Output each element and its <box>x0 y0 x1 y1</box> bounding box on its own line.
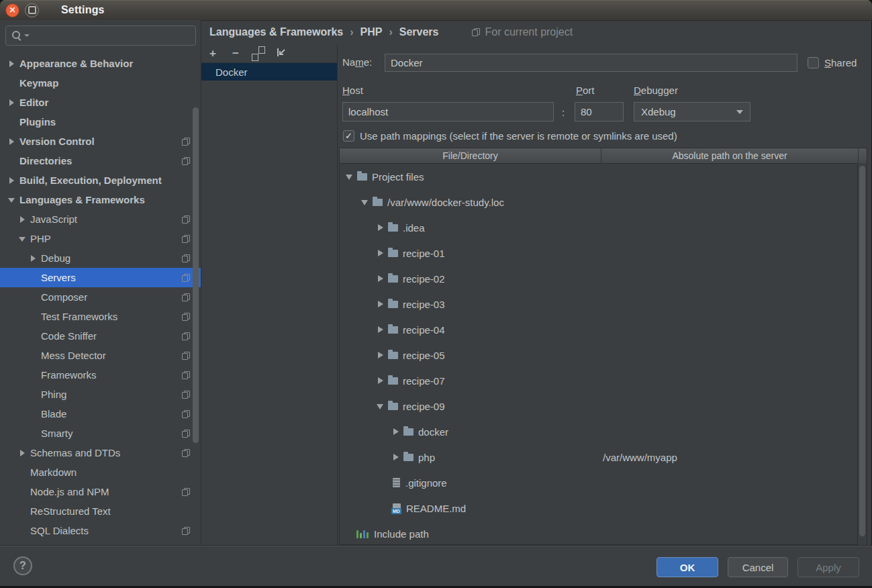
cancel-button[interactable]: Cancel <box>728 557 788 577</box>
help-button[interactable]: ? <box>13 556 32 575</box>
breadcrumb-item[interactable]: Servers <box>399 26 439 38</box>
sidebar-item-phing[interactable]: Phing <box>0 385 201 404</box>
chevron-right-icon[interactable] <box>391 428 403 436</box>
chevron-right-icon[interactable] <box>8 99 19 107</box>
chevron-right-icon[interactable] <box>376 300 388 308</box>
breadcrumb-separator: › <box>389 26 392 38</box>
search-input[interactable] <box>30 30 190 42</box>
table-row-recipe-05[interactable]: recipe-05 <box>340 342 867 368</box>
sidebar-item-restructured-text[interactable]: ReStructured Text <box>0 501 201 521</box>
chevron-right-icon[interactable] <box>376 249 388 257</box>
chevron-right-icon[interactable] <box>376 275 388 283</box>
column-header-absolute-path[interactable]: Absolute path on the server <box>601 148 859 163</box>
remove-server-button[interactable]: − <box>224 48 247 59</box>
table-row-recipe-03[interactable]: recipe-03 <box>340 291 867 317</box>
mapped-path-value[interactable]: /var/www/myapp <box>603 452 677 463</box>
sidebar-item-mess-detector[interactable]: Mess Detector <box>0 346 201 365</box>
path-mappings-checkbox-row[interactable]: ✓ Use path mappings (select if the serve… <box>343 130 677 142</box>
close-glyph: ✕ <box>9 6 15 14</box>
sidebar-item-blade[interactable]: Blade <box>0 404 201 424</box>
table-row-readme[interactable]: MDREADME.md <box>340 495 867 521</box>
table-scrollbar-thumb[interactable] <box>859 166 865 536</box>
chevron-down-icon[interactable] <box>345 173 357 181</box>
table-row-docker-folder[interactable]: docker <box>340 419 867 444</box>
sidebar-item-label: Editor <box>19 97 48 108</box>
chevron-right-icon[interactable] <box>391 453 403 461</box>
shared-checkbox-row[interactable]: Shared <box>808 57 857 68</box>
table-row-idea[interactable]: .idea <box>340 215 867 240</box>
sidebar-item-composer[interactable]: Composer <box>0 287 201 307</box>
search-filter-chevron-icon[interactable] <box>24 34 30 37</box>
table-row-recipe-09[interactable]: recipe-09 <box>340 393 867 419</box>
sidebar-item-servers[interactable]: Servers <box>0 268 201 287</box>
sidebar-item-keymap[interactable]: Keymap <box>0 73 201 93</box>
chevron-right-icon[interactable] <box>19 449 30 457</box>
settings-search-box[interactable] <box>5 26 196 46</box>
apply-button[interactable]: Apply <box>797 557 859 577</box>
path-mappings-checkbox[interactable]: ✓ <box>343 130 354 142</box>
footer-bar: ? OK Cancel Apply <box>0 545 872 588</box>
chevron-right-icon[interactable] <box>8 138 19 146</box>
add-server-button[interactable]: + <box>201 48 224 59</box>
sidebar-item-smarty[interactable]: Smarty <box>0 424 201 443</box>
sidebar-item-directories[interactable]: Directories <box>0 151 201 170</box>
chevron-right-icon[interactable] <box>8 177 19 185</box>
column-header-file-directory[interactable]: File/Directory <box>340 148 601 163</box>
shared-checkbox[interactable] <box>808 57 819 68</box>
chevron-right-icon[interactable] <box>8 60 19 68</box>
sidebar-item-markdown[interactable]: Markdown <box>0 462 201 482</box>
table-row-recipe-02[interactable]: recipe-02 <box>340 266 867 291</box>
debugger-select[interactable]: Xdebug <box>634 102 750 121</box>
breadcrumb-item[interactable]: PHP <box>360 26 383 38</box>
port-input[interactable] <box>575 102 624 121</box>
chevron-right-icon[interactable] <box>376 351 388 359</box>
folder-icon <box>403 454 414 461</box>
breadcrumb-item[interactable]: Languages & Frameworks <box>209 26 343 38</box>
table-row-recipe-01[interactable]: recipe-01 <box>340 240 867 266</box>
table-row-project-files[interactable]: Project files <box>340 164 867 189</box>
chevron-down-icon[interactable] <box>19 235 30 243</box>
chevron-down-icon[interactable] <box>8 196 19 204</box>
chevron-right-icon[interactable] <box>376 224 388 232</box>
table-row-recipe-04[interactable]: recipe-04 <box>340 317 867 342</box>
sidebar-item-code-sniffer[interactable]: Code Sniffer <box>0 326 201 346</box>
sidebar-item-build-execution-deployment[interactable]: Build, Execution, Deployment <box>0 170 201 190</box>
sidebar-item-sql-dialects[interactable]: SQL Dialects <box>0 521 201 540</box>
chevron-down-icon[interactable] <box>360 198 373 206</box>
chevron-right-icon[interactable] <box>376 326 388 334</box>
path-mappings-label: Use path mappings (select if the server … <box>360 130 677 142</box>
table-row-gitignore[interactable]: .gitignore <box>340 470 867 495</box>
sidebar-scrollbar[interactable] <box>193 107 199 443</box>
sidebar-item-php[interactable]: PHP <box>0 229 201 248</box>
sidebar-item-schemas-dtds[interactable]: Schemas and DTDs <box>0 443 201 462</box>
sidebar-item-languages-frameworks[interactable]: Languages & Frameworks <box>0 190 201 209</box>
sidebar-item-nodejs-npm[interactable]: Node.js and NPM <box>0 482 201 501</box>
project-level-badge-icon <box>182 254 190 262</box>
sidebar-item-plugins[interactable]: Plugins <box>0 112 201 132</box>
chevron-right-icon[interactable] <box>30 254 41 262</box>
sidebar-item-frameworks[interactable]: Frameworks <box>0 365 201 385</box>
sidebar-item-version-control[interactable]: Version Control <box>0 132 201 151</box>
sidebar-item-javascript[interactable]: JavaScript <box>0 209 201 229</box>
sidebar-item-sql-resolution-scopes[interactable]: SQL Resolution Scopes <box>0 540 201 545</box>
close-icon[interactable]: ✕ <box>5 3 19 17</box>
sidebar-item-debug[interactable]: Debug <box>0 248 201 268</box>
import-mappings-button[interactable] <box>270 48 293 60</box>
chevron-right-icon[interactable] <box>376 377 388 385</box>
server-list-item-docker[interactable]: Docker <box>201 63 337 81</box>
folder-icon <box>357 173 367 181</box>
sidebar-item-editor[interactable]: Editor <box>0 93 201 112</box>
table-row-include-path[interactable]: Include path <box>340 521 867 546</box>
name-input[interactable] <box>385 54 797 72</box>
maximize-icon[interactable] <box>25 3 39 17</box>
table-row-php-folder[interactable]: php/var/www/myapp <box>340 444 867 470</box>
sidebar-item-test-frameworks[interactable]: Test Frameworks <box>0 307 201 326</box>
table-row-docker-study[interactable]: /var/www/docker-study.loc <box>340 189 867 215</box>
table-row-recipe-07[interactable]: recipe-07 <box>340 368 867 393</box>
sidebar-item-appearance-behavior[interactable]: Appearance & Behavior <box>0 54 201 73</box>
table-scrollbar[interactable] <box>857 163 867 545</box>
host-input[interactable] <box>342 102 554 121</box>
chevron-right-icon[interactable] <box>19 215 30 224</box>
ok-button[interactable]: OK <box>657 557 718 577</box>
chevron-down-icon[interactable] <box>376 402 388 410</box>
